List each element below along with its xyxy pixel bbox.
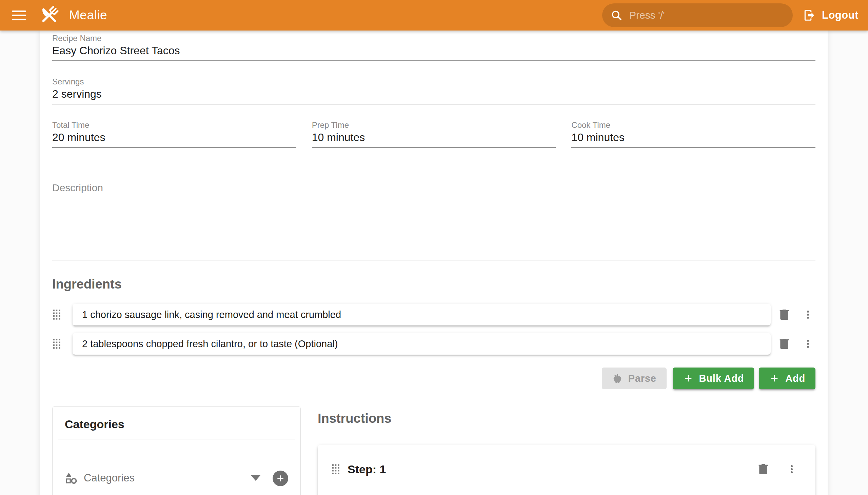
ingredients-list: 1 chorizo sausage link, casing removed a… xyxy=(52,304,815,355)
divider xyxy=(58,439,295,439)
delete-ingredient-button[interactable] xyxy=(777,336,792,351)
apple-icon xyxy=(612,373,623,384)
categories-title: Categories xyxy=(65,417,288,431)
logout-icon xyxy=(803,9,816,22)
ingredient-menu-icon[interactable] xyxy=(801,336,815,351)
instructions-heading: Instructions xyxy=(318,411,815,426)
search-bar[interactable] xyxy=(602,3,793,27)
ingredient-input[interactable]: 1 chorizo sausage link, casing removed a… xyxy=(72,304,771,325)
prep-time-value[interactable]: 10 minutes xyxy=(312,130,556,148)
mealie-logo-icon xyxy=(38,4,61,27)
app-title: Mealie xyxy=(69,8,107,22)
delete-step-button[interactable] xyxy=(756,462,771,477)
drag-handle-icon[interactable] xyxy=(52,338,61,349)
search-icon xyxy=(610,9,623,21)
parse-label: Parse xyxy=(628,373,657,384)
logout-button[interactable]: Logout xyxy=(803,9,858,22)
categories-select[interactable]: Categories xyxy=(65,461,263,495)
cook-time-label: Cook Time xyxy=(571,121,815,130)
ingredient-menu-icon[interactable] xyxy=(801,307,815,322)
step-title: Step: 1 xyxy=(347,463,756,476)
delete-ingredient-button[interactable] xyxy=(777,307,792,322)
total-time-label: Total Time xyxy=(52,121,296,130)
cook-time-field[interactable]: Cook Time 10 minutes xyxy=(571,121,815,148)
total-time-field[interactable]: Total Time 20 minutes xyxy=(52,121,296,148)
ingredients-heading: Ingredients xyxy=(52,277,815,292)
step-card: Step: 1 Combine crumbled chorizo and chi… xyxy=(318,445,815,495)
servings-value[interactable]: 2 servings xyxy=(52,87,815,104)
recipe-name-field[interactable]: Recipe Name Easy Chorizo Street Tacos xyxy=(52,34,815,61)
search-input[interactable] xyxy=(629,9,785,21)
bulk-add-button[interactable]: Bulk Add xyxy=(673,368,754,389)
create-category-button[interactable] xyxy=(273,471,288,486)
prep-time-field[interactable]: Prep Time 10 minutes xyxy=(312,121,556,148)
ingredient-row: 2 tablespoons chopped fresh cilantro, or… xyxy=(52,333,815,355)
description-label: Description xyxy=(52,182,815,193)
logout-label: Logout xyxy=(822,9,858,21)
shapes-icon xyxy=(65,472,78,484)
ingredient-row: 1 chorizo sausage link, casing removed a… xyxy=(52,304,815,325)
plus-icon xyxy=(769,373,780,384)
servings-label: Servings xyxy=(52,77,815,86)
recipe-editor-card: Recipe Name Easy Chorizo Street Tacos Se… xyxy=(40,31,828,495)
plus-icon xyxy=(683,373,694,384)
add-label: Add xyxy=(785,373,805,384)
servings-field[interactable]: Servings 2 servings xyxy=(52,77,815,104)
cook-time-value[interactable]: 10 minutes xyxy=(571,130,815,148)
categories-select-label: Categories xyxy=(84,472,251,484)
chevron-down-icon[interactable] xyxy=(251,475,260,481)
bulk-add-label: Bulk Add xyxy=(699,373,744,384)
categories-card: Categories Categories xyxy=(52,406,301,495)
app-header: Mealie Logout xyxy=(0,0,868,31)
drag-handle-icon[interactable] xyxy=(331,464,340,475)
drag-handle-icon[interactable] xyxy=(52,309,61,320)
add-button[interactable]: Add xyxy=(759,368,815,389)
prep-time-label: Prep Time xyxy=(312,121,556,130)
recipe-name-label: Recipe Name xyxy=(52,34,815,43)
description-field[interactable]: Description xyxy=(52,182,815,260)
instructions-section: Instructions Step: 1 xyxy=(318,406,815,495)
description-value[interactable] xyxy=(52,193,815,260)
total-time-value[interactable]: 20 minutes xyxy=(52,130,296,148)
recipe-name-value[interactable]: Easy Chorizo Street Tacos xyxy=(52,44,815,61)
ingredient-input[interactable]: 2 tablespoons chopped fresh cilantro, or… xyxy=(72,333,771,355)
ingredients-actions: Parse Bulk Add Add xyxy=(52,368,815,389)
menu-icon[interactable] xyxy=(9,5,29,25)
parse-button[interactable]: Parse xyxy=(602,368,667,389)
step-menu-icon[interactable] xyxy=(784,462,799,477)
